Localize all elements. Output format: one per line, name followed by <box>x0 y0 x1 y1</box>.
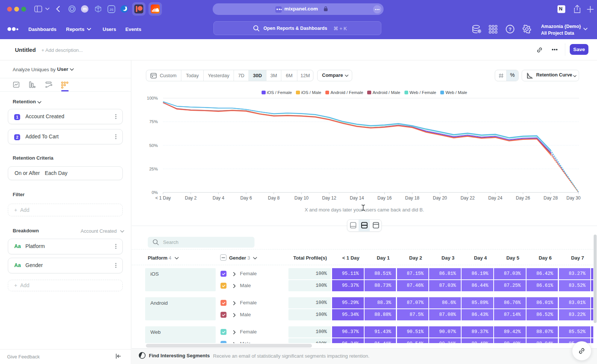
svg-text:Day 28: Day 28 <box>544 195 558 201</box>
svg-text:Day 26: Day 26 <box>516 195 530 201</box>
svg-text:50%: 50% <box>149 143 158 148</box>
svg-text:Day 6: Day 6 <box>240 195 252 201</box>
svg-text:Day 24: Day 24 <box>488 195 502 201</box>
svg-text:Day 14: Day 14 <box>350 195 364 201</box>
svg-text:Day 30: Day 30 <box>566 195 581 201</box>
svg-text:Day 8: Day 8 <box>268 195 280 201</box>
svg-text:100%: 100% <box>147 96 158 100</box>
svg-text:< 1 Day: < 1 Day <box>155 195 171 201</box>
svg-text:25%: 25% <box>149 167 158 171</box>
svg-text:Day 12: Day 12 <box>322 195 336 201</box>
svg-text:Day 16: Day 16 <box>378 195 392 201</box>
svg-text:Day 20: Day 20 <box>433 195 447 201</box>
svg-text:Day 4: Day 4 <box>213 195 225 201</box>
svg-text:Day 22: Day 22 <box>460 195 475 201</box>
svg-text:75%: 75% <box>149 119 158 124</box>
svg-text:Day 10: Day 10 <box>294 195 309 201</box>
svg-text:0%: 0% <box>151 190 158 195</box>
svg-text:Day 18: Day 18 <box>405 195 419 201</box>
svg-text:Day 2: Day 2 <box>185 195 197 201</box>
